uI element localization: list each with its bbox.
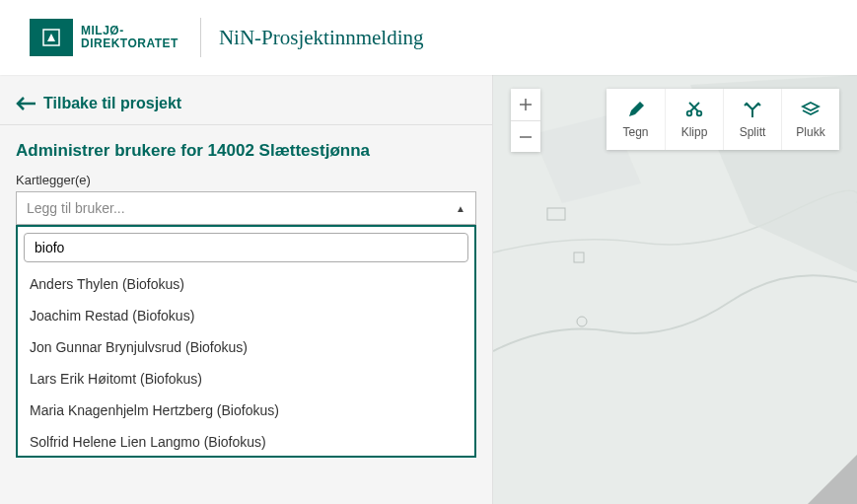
tool-label: Plukk [796,125,824,139]
logo-badge-icon [30,19,73,56]
combobox-option-list[interactable]: Anders Thylen (Biofokus) Joachim Restad … [18,268,474,456]
panel-title: Administrer brukere for 14002 Slættestjø… [16,141,476,161]
tool-splitt[interactable]: Splitt [723,89,781,150]
split-icon [743,100,762,119]
minus-icon [519,130,533,144]
tool-tegn[interactable]: Tegn [607,89,665,150]
zoom-out-button[interactable] [511,120,540,152]
svg-marker-1 [47,34,55,41]
combobox-option[interactable]: Anders Thylen (Biofokus) [18,268,474,300]
zoom-in-button[interactable] [511,89,540,120]
tool-klipp[interactable]: Klipp [665,89,723,150]
left-panel: Tilbake til prosjekt Administrer brukere… [0,75,493,504]
map-panel[interactable]: Tegn Klipp Splitt [493,75,857,504]
brand-logo: MILJØ- DIREKTORATET [30,19,179,56]
back-to-project-link[interactable]: Tilbake til prosjekt [0,75,492,124]
logo-text: MILJØ- DIREKTORATET [81,25,179,50]
app-title: NiN-Prosjektinnmelding [219,26,424,50]
combobox-option[interactable]: Joachim Restad (Biofokus) [18,300,474,331]
tool-label: Tegn [622,125,648,139]
combobox-option[interactable]: Jon Gunnar Brynjulvsrud (Biofokus) [18,331,474,363]
header: MILJØ- DIREKTORATET NiN-Prosjektinnmeldi… [0,0,857,75]
header-divider [200,18,201,57]
tool-label: Splitt [740,125,766,139]
combobox-search-input[interactable] [24,233,468,262]
combobox-head[interactable]: Legg til bruker... ▲ [16,191,476,225]
user-combobox[interactable]: Legg til bruker... ▲ Anders Thylen (Biof… [16,191,476,225]
plus-icon [519,98,533,111]
map-toolbox: Tegn Klipp Splitt [607,89,839,150]
scissors-icon [684,100,704,119]
combobox-option[interactable]: Solfrid Helene Lien Langmo (Biofokus) [18,426,474,456]
combobox-placeholder: Legg til bruker... [27,200,125,216]
zoom-control [511,89,540,152]
back-link-label: Tilbake til prosjekt [43,95,181,112]
map-corner-decoration [808,455,857,504]
combobox-dropdown: Anders Thylen (Biofokus) Joachim Restad … [16,225,476,458]
combobox-option[interactable]: Maria Knagenhjelm Hertzberg (Biofokus) [18,395,474,426]
svg-marker-16 [803,103,819,110]
arrow-left-icon [16,97,37,110]
combobox-option[interactable]: Lars Erik Høitomt (Biofokus) [18,363,474,395]
layers-icon [801,100,821,119]
chevron-up-icon: ▲ [456,203,465,214]
pen-icon [626,100,646,119]
tool-label: Klipp [681,125,708,139]
field-label-kartlegger: Kartlegger(e) [16,173,476,187]
tool-plukk[interactable]: Plukk [781,89,839,150]
